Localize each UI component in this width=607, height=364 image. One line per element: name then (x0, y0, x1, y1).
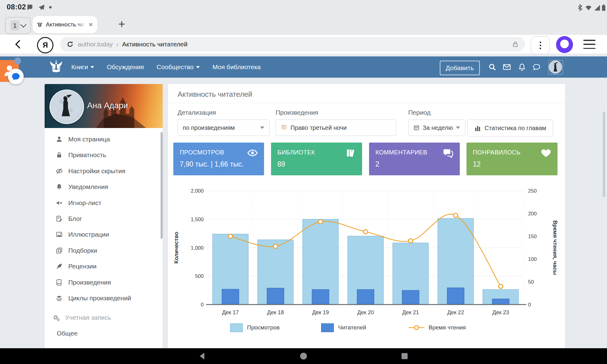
stat-card-label: КОММЕНТАРИЕВ (375, 149, 427, 156)
sidebar-item-label: Моя страница (68, 136, 110, 143)
chat-icon[interactable] (532, 63, 541, 71)
person-icon (56, 136, 63, 143)
svg-text:200: 200 (528, 211, 537, 217)
sidebar-item-collections[interactable]: Подборки (45, 243, 163, 258)
select-value: по произведениям (183, 124, 235, 131)
stat-card-comments: КОММЕНТАРИЕВ2 (369, 143, 460, 175)
chat-bubble-widget[interactable] (0, 60, 27, 87)
android-nav-bar (0, 348, 607, 364)
kebab-menu-icon (540, 42, 541, 49)
feather-icon (56, 263, 63, 270)
filter-select-2[interactable]: Право третьей ночи (276, 120, 396, 136)
chevron-down-icon (260, 126, 264, 129)
stat-card-heart: ПОНРАВИЛОСЬ12 (466, 143, 558, 175)
search-icon[interactable] (488, 63, 497, 71)
sidebar-scrollbar[interactable] (161, 132, 163, 239)
browser-tab[interactable]: Активность чита × (33, 16, 97, 33)
sidebar-item-person[interactable]: Моя страница (45, 131, 163, 147)
nav-home-icon[interactable] (299, 352, 308, 361)
back-icon[interactable] (13, 39, 24, 50)
new-tab-button[interactable]: + (118, 19, 125, 29)
stat-card-books: БИБЛИОТЕК89 (271, 143, 362, 175)
tab-close-icon[interactable]: × (89, 21, 93, 28)
legend-item-2[interactable]: Читателей (321, 323, 366, 332)
filter-label: Произведения (276, 109, 318, 116)
url-page-title: Активность читателей (122, 41, 187, 48)
profile-avatar[interactable] (49, 89, 84, 124)
address-bar[interactable]: author.today › Активность читателей (60, 37, 525, 52)
sidebar-item-stack[interactable]: Циклы произведений (45, 290, 163, 306)
select-value: Право третьей ночи (290, 124, 347, 131)
tab-favicon (36, 21, 43, 28)
svg-text:Дек 20: Дек 20 (357, 309, 374, 315)
sidebar-item-lock[interactable]: Приватность (45, 147, 163, 163)
nav-link-3[interactable]: Сообщество (157, 63, 200, 71)
tab-counter-button[interactable]: 1 (5, 17, 31, 34)
battery-icon (600, 4, 607, 12)
add-button[interactable]: Добавить (440, 61, 480, 75)
sidebar-item-image[interactable]: Иллюстрации (45, 227, 163, 242)
stack-icon (56, 295, 63, 302)
tab-count: 1 (10, 20, 19, 31)
svg-text:Количество: Количество (173, 232, 179, 264)
calendar-icon (413, 124, 420, 131)
notification-telegram-icon (38, 4, 46, 12)
chevron-down-icon (456, 126, 460, 129)
nav-link-2[interactable]: Обсуждения (107, 63, 144, 71)
svg-text:Дек 22: Дек 22 (447, 309, 464, 315)
book-icon (56, 279, 63, 286)
sidebar-item-blog[interactable]: Блог (45, 211, 163, 227)
filter-select-1[interactable]: по произведениям (178, 120, 270, 136)
sidebar-item-label: Приватность (68, 151, 106, 159)
legend-item-1[interactable]: Просмотров (230, 323, 280, 332)
stat-card-value: 7,90 тыс. | 1,66 тыс. (180, 160, 244, 168)
open-book-icon (281, 124, 287, 131)
filter-select-3[interactable]: За неделю (408, 120, 465, 136)
chevron-down-icon (196, 66, 200, 68)
bell-icon[interactable] (518, 63, 526, 71)
browser-toolbar: Я author.today › Активность читателей (0, 35, 607, 54)
messages-bubble-icon[interactable] (8, 69, 24, 84)
sidebar-section-account[interactable]: Учетная запись (45, 310, 163, 325)
nav-back-icon[interactable] (198, 352, 207, 361)
browser-menu-button[interactable] (531, 36, 550, 54)
yandex-logo-icon[interactable]: Я (37, 37, 53, 53)
nav-recents-icon[interactable] (400, 352, 409, 361)
user-avatar[interactable] (548, 60, 563, 75)
stat-card-value: 89 (277, 160, 285, 168)
reload-icon[interactable] (66, 40, 74, 48)
svg-text:Дек 21: Дек 21 (402, 309, 419, 315)
sidebar-item-label: Настройки скрытия (68, 167, 125, 175)
nav-link-4[interactable]: Моя библиотека (212, 63, 261, 71)
sidebar-item-mute[interactable]: Игнор-лист (45, 195, 163, 211)
legend-label: Просмотров (247, 324, 280, 331)
svg-text:2,000: 2,000 (191, 188, 204, 194)
legend-item-3[interactable]: Время чтения (409, 323, 466, 332)
sidebar-section-label: Учетная запись (65, 314, 111, 321)
sidebar-item-feather[interactable]: Рецензии (45, 258, 163, 274)
lock-icon (512, 41, 519, 48)
mail-icon[interactable] (503, 63, 511, 71)
filter-label: Детализация (178, 109, 216, 116)
chapters-stats-button[interactable]: Статистика по главам (467, 120, 553, 136)
sidebar-item-label: Общее (57, 330, 78, 337)
legend-label: Время чтения (429, 324, 466, 331)
legend-label: Читателей (338, 324, 366, 331)
hamburger-menu-icon[interactable] (583, 40, 595, 49)
filter-label: Период (408, 109, 431, 116)
nav-link-1[interactable]: Книги (71, 63, 94, 71)
android-status-bar: 08:02 (0, 0, 607, 15)
sidebar-item-eye-slash[interactable]: Настройки скрытия (45, 163, 163, 179)
sidebar-item-book[interactable]: Произведения (45, 275, 163, 290)
alice-icon[interactable] (556, 36, 573, 53)
stat-card-label: БИБЛИОТЕК (277, 149, 315, 156)
svg-text:Дек 19: Дек 19 (312, 309, 329, 315)
page-scrollbar[interactable] (603, 112, 605, 197)
chapters-stats-label: Статистика по главам (484, 125, 546, 132)
legend-swatch (321, 323, 334, 332)
sidebar-item-bell[interactable]: Уведомления (45, 179, 163, 195)
sidebar-item-label: Иллюстрации (68, 231, 109, 238)
tab-title: Активность чита (46, 21, 85, 28)
author-today-logo-icon[interactable] (48, 59, 64, 75)
sidebar-item-general[interactable]: Общее (45, 325, 163, 341)
